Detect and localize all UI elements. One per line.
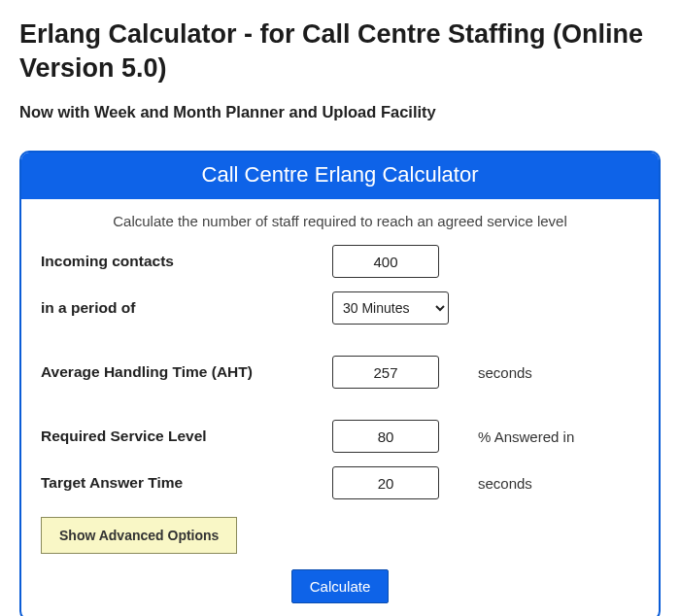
label-target-answer: Target Answer Time: [41, 474, 332, 492]
row-service-level: Required Service Level % Answered in: [41, 420, 639, 453]
instruction-text: Calculate the number of staff required t…: [41, 213, 639, 229]
label-aht: Average Handling Time (AHT): [41, 363, 332, 381]
label-service-level: Required Service Level: [41, 428, 332, 445]
row-period: in a period of 30 Minutes: [41, 291, 639, 325]
input-service-level[interactable]: [332, 420, 439, 453]
input-target-answer[interactable]: [332, 466, 439, 499]
row-aht: Average Handling Time (AHT) seconds: [41, 356, 639, 389]
row-target-answer: Target Answer Time seconds: [41, 466, 639, 499]
calculator-card: Call Centre Erlang Calculator Calculate …: [19, 151, 661, 616]
unit-target-answer: seconds: [449, 475, 639, 492]
select-period[interactable]: 30 Minutes: [332, 291, 449, 325]
label-period: in a period of: [41, 299, 332, 317]
label-incoming-contacts: Incoming contacts: [41, 253, 332, 270]
card-body: Calculate the number of staff required t…: [21, 199, 659, 616]
calculate-button[interactable]: Calculate: [291, 569, 390, 603]
page-subtitle: Now with Week and Month Planner and Uplo…: [19, 103, 661, 121]
unit-service-level: % Answered in: [449, 428, 639, 445]
unit-aht: seconds: [449, 364, 639, 381]
show-advanced-options-button[interactable]: Show Advanced Options: [41, 517, 237, 554]
row-incoming-contacts: Incoming contacts: [41, 245, 639, 278]
input-incoming-contacts[interactable]: [332, 245, 439, 278]
card-header: Call Centre Erlang Calculator: [21, 153, 659, 199]
input-aht[interactable]: [332, 356, 439, 389]
page-title: Erlang Calculator - for Call Centre Staf…: [19, 17, 661, 86]
